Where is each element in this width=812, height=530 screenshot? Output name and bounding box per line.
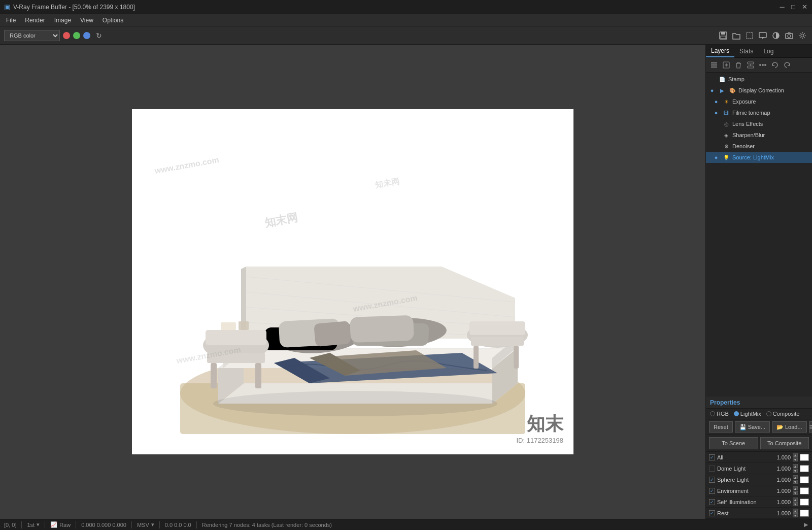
step-down-self-illum[interactable]: ▼ bbox=[793, 502, 798, 506]
open-folder-icon[interactable] bbox=[731, 30, 742, 41]
eye-filmic-tonemap[interactable]: ● bbox=[712, 109, 720, 117]
radio-label-composite: Composite bbox=[773, 411, 800, 417]
menu-file[interactable]: File bbox=[2, 16, 20, 25]
step-up-dome[interactable]: ▲ bbox=[793, 464, 798, 468]
step-down-rest[interactable]: ▼ bbox=[793, 513, 798, 517]
check-all[interactable]: ✓ bbox=[709, 454, 715, 460]
step-down-dome[interactable]: ▼ bbox=[793, 469, 798, 473]
check-sphere[interactable]: ✓ bbox=[709, 477, 715, 483]
extra-values: 0.0 0.0 0.0 bbox=[165, 522, 191, 528]
add-layer-icon[interactable] bbox=[721, 60, 731, 70]
redo-panel-icon[interactable] bbox=[782, 60, 792, 70]
layers-tool-icon[interactable] bbox=[709, 60, 719, 70]
swatch-self-illum[interactable] bbox=[800, 499, 809, 506]
svg-rect-48 bbox=[473, 346, 479, 369]
layer-filmic-tonemap[interactable]: ● 🎞 Filmic tonemap bbox=[706, 107, 812, 118]
step-up-rest[interactable]: ▲ bbox=[793, 509, 798, 513]
layer-denoiser[interactable]: ⚙ Denoiser bbox=[706, 141, 812, 152]
channel-mode-value: Raw bbox=[59, 522, 71, 528]
scroll-right[interactable]: ▶ bbox=[804, 521, 808, 528]
svg-rect-44 bbox=[239, 321, 249, 330]
swatch-env[interactable] bbox=[800, 487, 809, 494]
load-button[interactable]: 📂 Load... bbox=[772, 421, 807, 433]
stepper-env[interactable]: ▲ ▼ bbox=[793, 486, 798, 495]
step-up-all[interactable]: ▲ bbox=[793, 453, 798, 457]
reset-button[interactable]: Reset bbox=[709, 421, 733, 433]
layer-source-lightmix[interactable]: ● 💡 Source: LightMix bbox=[706, 152, 812, 163]
radio-lightmix[interactable]: LightMix bbox=[734, 411, 761, 417]
camera-icon[interactable] bbox=[784, 30, 795, 41]
step-up-sphere[interactable]: ▲ bbox=[793, 475, 798, 479]
close-button[interactable]: ✕ bbox=[801, 4, 808, 11]
save-render-icon[interactable] bbox=[718, 30, 729, 41]
tab-layers[interactable]: Layers bbox=[706, 45, 734, 57]
channel-select[interactable]: RGB color bbox=[4, 30, 60, 41]
refresh-button[interactable]: ↻ bbox=[93, 30, 105, 41]
eye-display-correction[interactable]: ● bbox=[708, 86, 716, 94]
minimize-button[interactable]: ─ bbox=[779, 4, 786, 11]
layer-exposure[interactable]: ● ☀ Exposure bbox=[706, 96, 812, 107]
to-composite-button[interactable]: To Composite bbox=[760, 437, 809, 449]
step-up-self-illum[interactable]: ▲ bbox=[793, 498, 798, 502]
eye-sharpen-blur[interactable] bbox=[712, 131, 720, 139]
eye-stamp[interactable] bbox=[708, 75, 716, 83]
tab-log[interactable]: Log bbox=[758, 46, 779, 57]
stepper-sphere[interactable]: ▲ ▼ bbox=[793, 475, 798, 484]
settings-icon[interactable] bbox=[797, 30, 808, 41]
swatch-all[interactable] bbox=[800, 454, 809, 461]
stepper-self-illum[interactable]: ▲ ▼ bbox=[793, 498, 798, 506]
merge-icon[interactable] bbox=[746, 60, 756, 70]
tab-stats[interactable]: Stats bbox=[734, 46, 758, 57]
step-up-env[interactable]: ▲ bbox=[793, 486, 798, 490]
canvas-area: www.znzmo.com 知末网 www.znzmo.com www.znzm… bbox=[0, 45, 705, 519]
stepper-rest[interactable]: ▲ ▼ bbox=[793, 509, 798, 517]
check-rest[interactable]: ✓ bbox=[709, 510, 715, 516]
color-correction-icon[interactable] bbox=[770, 30, 782, 41]
display-mode-item[interactable]: 1st ▾ bbox=[27, 521, 40, 528]
select-region-icon[interactable] bbox=[744, 30, 755, 41]
step-down-sphere[interactable]: ▼ bbox=[793, 480, 798, 484]
radio-composite[interactable]: Composite bbox=[766, 411, 800, 417]
red-dot[interactable] bbox=[63, 32, 70, 39]
menu-render[interactable]: Render bbox=[21, 16, 49, 25]
maximize-button[interactable]: □ bbox=[790, 4, 797, 11]
stepper-dome[interactable]: ▲ ▼ bbox=[793, 464, 798, 473]
swatch-rest[interactable] bbox=[800, 510, 809, 517]
save-button[interactable]: 💾 Save... bbox=[735, 421, 770, 433]
color-space-item[interactable]: MSV ▾ bbox=[137, 521, 154, 528]
green-dot[interactable] bbox=[73, 32, 80, 39]
layer-lens-effects[interactable]: ◎ Lens Effects bbox=[706, 118, 812, 129]
undo-panel-icon[interactable] bbox=[770, 60, 780, 70]
step-down-env[interactable]: ▼ bbox=[793, 491, 798, 495]
menu-view[interactable]: View bbox=[76, 16, 97, 25]
display-settings-icon[interactable] bbox=[757, 30, 768, 41]
layer-sharpen-blur[interactable]: ◈ Sharpen/Blur bbox=[706, 129, 812, 141]
swatch-dome[interactable] bbox=[800, 465, 809, 472]
light-value-dome: 1.000 bbox=[771, 466, 791, 472]
list-button[interactable]: ≡ bbox=[809, 421, 812, 433]
layer-stamp[interactable]: 📄 Stamp bbox=[706, 74, 812, 85]
light-row-self-illum: ✓ Self Illumination 1.000 ▲ ▼ bbox=[706, 496, 812, 508]
blue-dot[interactable] bbox=[83, 32, 90, 39]
eye-exposure[interactable]: ● bbox=[712, 97, 720, 106]
check-dome[interactable] bbox=[709, 466, 715, 472]
svg-rect-37 bbox=[314, 321, 351, 347]
label-stamp: Stamp bbox=[728, 76, 810, 82]
light-value-env: 1.000 bbox=[771, 488, 791, 494]
radio-rgb[interactable]: RGB bbox=[710, 411, 729, 417]
eye-source-lightmix[interactable]: ● bbox=[712, 153, 720, 161]
eye-lens-effects[interactable] bbox=[712, 120, 720, 128]
step-down-all[interactable]: ▼ bbox=[793, 457, 798, 461]
check-env[interactable]: ✓ bbox=[709, 488, 715, 494]
to-scene-button[interactable]: To Scene bbox=[709, 437, 758, 449]
layer-display-correction[interactable]: ● ▶ 🎨 Display Correction bbox=[706, 85, 812, 96]
menu-image[interactable]: Image bbox=[50, 16, 75, 25]
eye-denoiser[interactable] bbox=[712, 142, 720, 150]
delete-layer-icon[interactable] bbox=[733, 60, 743, 70]
channel-mode-item[interactable]: 📈 Raw bbox=[50, 521, 71, 528]
options-panel-icon[interactable] bbox=[758, 60, 768, 70]
stepper-all[interactable]: ▲ ▼ bbox=[793, 453, 798, 461]
swatch-sphere[interactable] bbox=[800, 476, 809, 483]
menu-options[interactable]: Options bbox=[98, 16, 127, 25]
check-self-illum[interactable]: ✓ bbox=[709, 499, 715, 505]
